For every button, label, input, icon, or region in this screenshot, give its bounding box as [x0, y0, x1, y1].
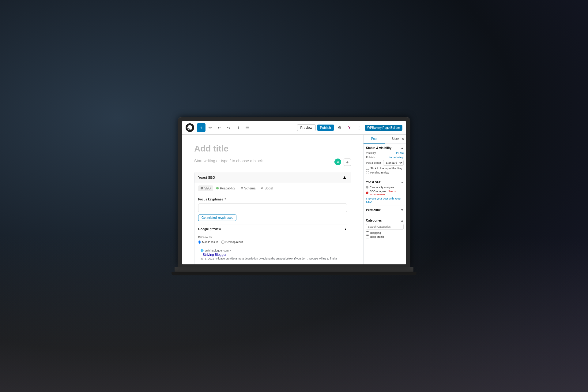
yoast-seo-sidebar-header[interactable]: Yoast SEO ▲ [366, 181, 404, 184]
post-format-row: Post Format Standard Aside Gallery [366, 160, 404, 166]
add-block-toolbar-button[interactable]: + [197, 123, 205, 132]
permalink-header[interactable]: Permalink ▼ [366, 208, 404, 212]
yoast-content-area: Focus keyphrase ? Get related keyphrases… [194, 194, 351, 264]
tab-post[interactable]: Post [364, 135, 385, 144]
categories-chevron: ▲ [401, 219, 404, 222]
sidebar-tab-bar: Post Block × [364, 135, 406, 144]
google-preview-collapse[interactable]: ▲ [344, 227, 347, 231]
permalink-chevron: ▼ [401, 208, 404, 212]
editor-body: Add title Start writing or type / to cho… [182, 135, 406, 264]
get-related-keyphrases-button[interactable]: Get related keyphrases [198, 215, 236, 221]
laptop-container: + ✏ ↩ ↪ ℹ ☰ Preview Publish ⚙ Y ⋮ WPBake… [178, 117, 410, 275]
grammarly-button[interactable]: G [334, 159, 341, 165]
seo-tab-label: SEO [204, 187, 211, 190]
post-content-placeholder[interactable]: Start writing or type / to choose a bloc… [194, 159, 331, 163]
yoast-button[interactable]: Y [345, 123, 354, 132]
wpbakery-button[interactable]: WPBakery Page Builder [365, 125, 402, 131]
permalink-title: Permalink [366, 208, 381, 212]
undo-button[interactable]: ↩ [215, 123, 224, 132]
desktop-result-radio[interactable]: Desktop result [221, 241, 243, 244]
edit-tool-button[interactable]: ✏ [206, 123, 215, 132]
google-url-text: strivingblogger.com [205, 249, 229, 252]
google-preview-section: Google preview ▲ Preview as: Mobile resu… [198, 225, 347, 263]
pending-review-label: Pending review [370, 171, 389, 174]
seo-status-label: SEO analysis: Needs improvement [370, 190, 404, 196]
mobile-result-label: Mobile result [202, 241, 218, 244]
visibility-value[interactable]: Public [396, 151, 404, 155]
publish-value[interactable]: Immediately [389, 156, 404, 159]
post-content-area: Start writing or type / to choose a bloc… [194, 159, 351, 166]
improve-yoast-link[interactable]: Improve your post with Yoast SEO [366, 197, 404, 203]
yoast-sidebar-chevron: ▲ [401, 181, 404, 184]
yoast-seo-sidebar-section: Yoast SEO ▲ Readability analysis: SEO [364, 178, 406, 206]
laptop-lid: + ✏ ↩ ↪ ℹ ☰ Preview Publish ⚙ Y ⋮ WPBake… [178, 117, 410, 267]
desktop-result-label: Desktop result [225, 241, 243, 244]
info-button[interactable]: ℹ [234, 123, 242, 132]
preview-button[interactable]: Preview [297, 124, 316, 131]
categories-header[interactable]: Categories ▲ [366, 219, 404, 222]
category-blog-traffic-item: Blog Traffic [366, 235, 404, 238]
visibility-row: Visibility Public [366, 151, 404, 155]
permalink-section: Permalink ▼ [364, 206, 406, 216]
more-options-button[interactable]: ⋮ [355, 123, 364, 132]
stick-to-top-label: Stick to the top of the blog [370, 167, 402, 170]
post-title-placeholder[interactable]: Add title [194, 144, 351, 154]
google-url-display: 🌐 strivingblogger.com › [201, 249, 345, 252]
google-preview-header: Google preview ▲ [198, 225, 347, 233]
desktop-radio-input[interactable] [221, 241, 224, 244]
stick-to-top-row: Stick to the top of the blog [366, 167, 404, 170]
status-visibility-header[interactable]: Status & visibility ▲ [366, 146, 404, 150]
focus-keyphrase-input[interactable] [198, 203, 347, 212]
stick-to-top-checkbox[interactable] [366, 167, 369, 170]
sidebar-close-button[interactable]: × [402, 137, 404, 141]
editor-main-area[interactable]: Add title Start writing or type / to cho… [182, 135, 363, 264]
yoast-tab-social[interactable]: ⊕ Social [258, 185, 275, 191]
seo-status-item: SEO analysis: Needs improvement [366, 190, 404, 196]
laptop-screen: + ✏ ↩ ↪ ℹ ☰ Preview Publish ⚙ Y ⋮ WPBake… [182, 121, 406, 264]
category-blog-traffic-checkbox[interactable] [366, 235, 369, 238]
mobile-radio-input[interactable] [198, 241, 201, 244]
yoast-panel-header[interactable]: Yoast SEO ▲ [194, 172, 351, 183]
readability-status-item: Readability analysis: [366, 186, 404, 189]
category-blogging-checkbox[interactable] [366, 231, 369, 234]
google-url-chevron: › [230, 249, 231, 252]
yoast-tab-schema[interactable]: ⊞ Schema [238, 185, 258, 191]
pending-review-checkbox[interactable] [366, 171, 369, 174]
yoast-collapse-icon[interactable]: ▲ [342, 175, 347, 180]
add-block-inline-button[interactable]: + [344, 159, 351, 166]
google-result-title[interactable]: - Striving Blogger [201, 253, 345, 256]
social-tab-label: Social [265, 187, 273, 190]
publish-row: Publish Immediately [366, 156, 404, 159]
yoast-panel-title: Yoast SEO [198, 176, 215, 179]
mobile-result-radio[interactable]: Mobile result [198, 241, 218, 244]
yoast-tab-readability[interactable]: Readability [214, 185, 237, 191]
laptop-base [172, 272, 417, 275]
redo-button[interactable]: ↪ [224, 123, 233, 132]
search-categories-input[interactable] [366, 224, 404, 230]
yoast-tabs: SEO Readability ⊞ Schema [194, 183, 351, 194]
publish-label: Publish [366, 156, 375, 159]
category-blogging-item: Blogging [366, 231, 404, 234]
post-format-select[interactable]: Standard Aside Gallery [383, 160, 404, 166]
focus-keyphrase-text: Focus keyphrase [198, 198, 223, 201]
wordpress-editor: + ✏ ↩ ↪ ℹ ☰ Preview Publish ⚙ Y ⋮ WPBake… [182, 121, 406, 264]
preview-radio-group: Mobile result Desktop result [198, 241, 347, 244]
readability-status-label: Readability analysis: [370, 186, 395, 189]
readability-status-dot-sidebar [366, 186, 368, 189]
yoast-tab-seo[interactable]: SEO [198, 185, 213, 191]
google-result-date: Jul 3, 2021 · Please provide a meta desc… [201, 257, 345, 260]
publish-button[interactable]: Publish [317, 125, 334, 131]
google-result-preview: 🌐 strivingblogger.com › - Striving Blogg… [198, 247, 347, 263]
yoast-seo-panel: Yoast SEO ▲ SEO Readability [194, 172, 351, 264]
category-blog-traffic-label: Blog Traffic [370, 235, 384, 238]
help-icon[interactable]: ? [224, 198, 226, 201]
list-view-button[interactable]: ☰ [243, 123, 251, 132]
laptop-bottom-bezel [175, 267, 413, 272]
visibility-label: Visibility [366, 151, 376, 155]
focus-keyphrase-label: Focus keyphrase ? [198, 198, 347, 201]
wordpress-logo [186, 123, 194, 132]
post-format-label: Post Format [366, 161, 381, 164]
editor-toolbar: + ✏ ↩ ↪ ℹ ☰ Preview Publish ⚙ Y ⋮ WPBake… [182, 121, 406, 135]
settings-button[interactable]: ⚙ [335, 123, 344, 132]
google-description-text: · Please provide a meta description by e… [215, 257, 337, 260]
